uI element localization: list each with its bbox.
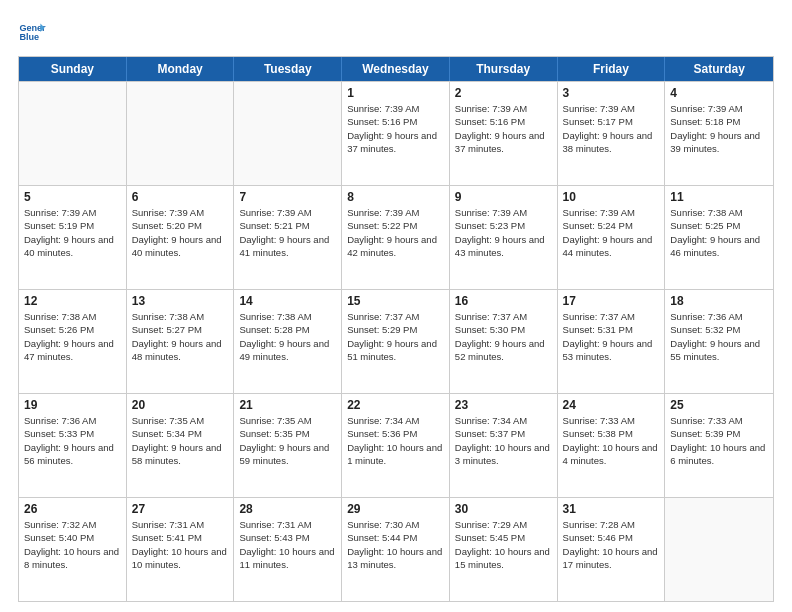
day-cell-10: 10Sunrise: 7:39 AM Sunset: 5:24 PM Dayli…	[558, 186, 666, 289]
day-cell-17: 17Sunrise: 7:37 AM Sunset: 5:31 PM Dayli…	[558, 290, 666, 393]
page: General Blue SundayMondayTuesdayWednesda…	[0, 0, 792, 612]
day-number: 26	[24, 502, 121, 516]
calendar-header: SundayMondayTuesdayWednesdayThursdayFrid…	[19, 57, 773, 81]
day-cell-20: 20Sunrise: 7:35 AM Sunset: 5:34 PM Dayli…	[127, 394, 235, 497]
day-cell-3: 3Sunrise: 7:39 AM Sunset: 5:17 PM Daylig…	[558, 82, 666, 185]
day-text: Sunrise: 7:39 AM Sunset: 5:16 PM Dayligh…	[455, 102, 552, 155]
day-cell-2: 2Sunrise: 7:39 AM Sunset: 5:16 PM Daylig…	[450, 82, 558, 185]
day-text: Sunrise: 7:39 AM Sunset: 5:18 PM Dayligh…	[670, 102, 768, 155]
day-cell-30: 30Sunrise: 7:29 AM Sunset: 5:45 PM Dayli…	[450, 498, 558, 601]
day-text: Sunrise: 7:34 AM Sunset: 5:36 PM Dayligh…	[347, 414, 444, 467]
day-number: 1	[347, 86, 444, 100]
day-cell-8: 8Sunrise: 7:39 AM Sunset: 5:22 PM Daylig…	[342, 186, 450, 289]
day-text: Sunrise: 7:35 AM Sunset: 5:35 PM Dayligh…	[239, 414, 336, 467]
day-text: Sunrise: 7:39 AM Sunset: 5:20 PM Dayligh…	[132, 206, 229, 259]
day-number: 27	[132, 502, 229, 516]
header-day-wednesday: Wednesday	[342, 57, 450, 81]
day-text: Sunrise: 7:34 AM Sunset: 5:37 PM Dayligh…	[455, 414, 552, 467]
day-text: Sunrise: 7:33 AM Sunset: 5:39 PM Dayligh…	[670, 414, 768, 467]
day-text: Sunrise: 7:38 AM Sunset: 5:27 PM Dayligh…	[132, 310, 229, 363]
day-number: 31	[563, 502, 660, 516]
day-number: 23	[455, 398, 552, 412]
day-text: Sunrise: 7:31 AM Sunset: 5:41 PM Dayligh…	[132, 518, 229, 571]
week-row-4: 19Sunrise: 7:36 AM Sunset: 5:33 PM Dayli…	[19, 393, 773, 497]
empty-cell	[127, 82, 235, 185]
day-number: 9	[455, 190, 552, 204]
header-day-thursday: Thursday	[450, 57, 558, 81]
day-text: Sunrise: 7:39 AM Sunset: 5:22 PM Dayligh…	[347, 206, 444, 259]
day-number: 22	[347, 398, 444, 412]
day-number: 28	[239, 502, 336, 516]
day-text: Sunrise: 7:28 AM Sunset: 5:46 PM Dayligh…	[563, 518, 660, 571]
empty-cell	[665, 498, 773, 601]
day-number: 17	[563, 294, 660, 308]
day-text: Sunrise: 7:36 AM Sunset: 5:33 PM Dayligh…	[24, 414, 121, 467]
day-text: Sunrise: 7:35 AM Sunset: 5:34 PM Dayligh…	[132, 414, 229, 467]
day-text: Sunrise: 7:38 AM Sunset: 5:25 PM Dayligh…	[670, 206, 768, 259]
day-cell-23: 23Sunrise: 7:34 AM Sunset: 5:37 PM Dayli…	[450, 394, 558, 497]
day-number: 30	[455, 502, 552, 516]
day-number: 5	[24, 190, 121, 204]
day-cell-1: 1Sunrise: 7:39 AM Sunset: 5:16 PM Daylig…	[342, 82, 450, 185]
day-text: Sunrise: 7:39 AM Sunset: 5:24 PM Dayligh…	[563, 206, 660, 259]
calendar: SundayMondayTuesdayWednesdayThursdayFrid…	[18, 56, 774, 602]
day-text: Sunrise: 7:39 AM Sunset: 5:19 PM Dayligh…	[24, 206, 121, 259]
day-number: 7	[239, 190, 336, 204]
empty-cell	[19, 82, 127, 185]
day-number: 10	[563, 190, 660, 204]
day-cell-25: 25Sunrise: 7:33 AM Sunset: 5:39 PM Dayli…	[665, 394, 773, 497]
logo: General Blue	[18, 18, 50, 46]
day-text: Sunrise: 7:37 AM Sunset: 5:29 PM Dayligh…	[347, 310, 444, 363]
day-cell-9: 9Sunrise: 7:39 AM Sunset: 5:23 PM Daylig…	[450, 186, 558, 289]
day-text: Sunrise: 7:39 AM Sunset: 5:17 PM Dayligh…	[563, 102, 660, 155]
week-row-2: 5Sunrise: 7:39 AM Sunset: 5:19 PM Daylig…	[19, 185, 773, 289]
day-number: 12	[24, 294, 121, 308]
header: General Blue	[18, 18, 774, 46]
day-cell-5: 5Sunrise: 7:39 AM Sunset: 5:19 PM Daylig…	[19, 186, 127, 289]
calendar-body: 1Sunrise: 7:39 AM Sunset: 5:16 PM Daylig…	[19, 81, 773, 601]
day-cell-18: 18Sunrise: 7:36 AM Sunset: 5:32 PM Dayli…	[665, 290, 773, 393]
day-number: 21	[239, 398, 336, 412]
day-number: 20	[132, 398, 229, 412]
day-cell-22: 22Sunrise: 7:34 AM Sunset: 5:36 PM Dayli…	[342, 394, 450, 497]
day-text: Sunrise: 7:38 AM Sunset: 5:26 PM Dayligh…	[24, 310, 121, 363]
day-cell-31: 31Sunrise: 7:28 AM Sunset: 5:46 PM Dayli…	[558, 498, 666, 601]
day-number: 11	[670, 190, 768, 204]
week-row-3: 12Sunrise: 7:38 AM Sunset: 5:26 PM Dayli…	[19, 289, 773, 393]
day-cell-4: 4Sunrise: 7:39 AM Sunset: 5:18 PM Daylig…	[665, 82, 773, 185]
day-text: Sunrise: 7:37 AM Sunset: 5:30 PM Dayligh…	[455, 310, 552, 363]
day-cell-26: 26Sunrise: 7:32 AM Sunset: 5:40 PM Dayli…	[19, 498, 127, 601]
day-number: 16	[455, 294, 552, 308]
day-text: Sunrise: 7:32 AM Sunset: 5:40 PM Dayligh…	[24, 518, 121, 571]
day-cell-6: 6Sunrise: 7:39 AM Sunset: 5:20 PM Daylig…	[127, 186, 235, 289]
day-text: Sunrise: 7:39 AM Sunset: 5:16 PM Dayligh…	[347, 102, 444, 155]
header-day-saturday: Saturday	[665, 57, 773, 81]
day-cell-29: 29Sunrise: 7:30 AM Sunset: 5:44 PM Dayli…	[342, 498, 450, 601]
header-day-monday: Monday	[127, 57, 235, 81]
day-number: 25	[670, 398, 768, 412]
header-day-friday: Friday	[558, 57, 666, 81]
day-number: 29	[347, 502, 444, 516]
day-number: 3	[563, 86, 660, 100]
day-text: Sunrise: 7:31 AM Sunset: 5:43 PM Dayligh…	[239, 518, 336, 571]
day-cell-13: 13Sunrise: 7:38 AM Sunset: 5:27 PM Dayli…	[127, 290, 235, 393]
header-day-sunday: Sunday	[19, 57, 127, 81]
logo-icon: General Blue	[18, 18, 46, 46]
day-number: 24	[563, 398, 660, 412]
day-number: 13	[132, 294, 229, 308]
day-text: Sunrise: 7:33 AM Sunset: 5:38 PM Dayligh…	[563, 414, 660, 467]
week-row-1: 1Sunrise: 7:39 AM Sunset: 5:16 PM Daylig…	[19, 81, 773, 185]
day-number: 15	[347, 294, 444, 308]
day-number: 19	[24, 398, 121, 412]
day-text: Sunrise: 7:30 AM Sunset: 5:44 PM Dayligh…	[347, 518, 444, 571]
empty-cell	[234, 82, 342, 185]
day-number: 4	[670, 86, 768, 100]
day-number: 14	[239, 294, 336, 308]
day-number: 6	[132, 190, 229, 204]
day-text: Sunrise: 7:39 AM Sunset: 5:21 PM Dayligh…	[239, 206, 336, 259]
header-day-tuesday: Tuesday	[234, 57, 342, 81]
day-number: 2	[455, 86, 552, 100]
day-cell-27: 27Sunrise: 7:31 AM Sunset: 5:41 PM Dayli…	[127, 498, 235, 601]
svg-text:Blue: Blue	[19, 32, 39, 42]
day-cell-11: 11Sunrise: 7:38 AM Sunset: 5:25 PM Dayli…	[665, 186, 773, 289]
